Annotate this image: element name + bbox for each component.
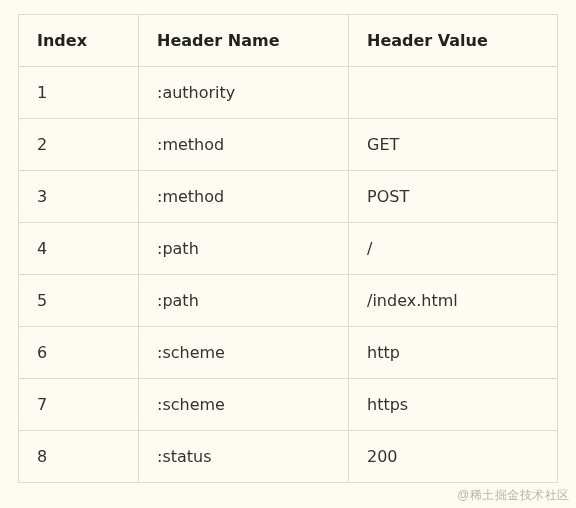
table-row: 6 :scheme http xyxy=(19,327,558,379)
cell-header-name: :scheme xyxy=(139,379,349,431)
table-row: 3 :method POST xyxy=(19,171,558,223)
col-header-index: Index xyxy=(19,15,139,67)
col-header-name: Header Name xyxy=(139,15,349,67)
hpack-static-table: Index Header Name Header Value 1 :author… xyxy=(18,14,558,483)
cell-header-name: :path xyxy=(139,223,349,275)
cell-header-name: :path xyxy=(139,275,349,327)
cell-index: 4 xyxy=(19,223,139,275)
cell-header-value: https xyxy=(349,379,558,431)
cell-header-value: /index.html xyxy=(349,275,558,327)
cell-header-value: / xyxy=(349,223,558,275)
cell-header-value: POST xyxy=(349,171,558,223)
cell-header-name: :method xyxy=(139,119,349,171)
table-header-row: Index Header Name Header Value xyxy=(19,15,558,67)
cell-index: 7 xyxy=(19,379,139,431)
cell-index: 2 xyxy=(19,119,139,171)
cell-header-name: :scheme xyxy=(139,327,349,379)
cell-header-value: http xyxy=(349,327,558,379)
table-row: 5 :path /index.html xyxy=(19,275,558,327)
cell-index: 3 xyxy=(19,171,139,223)
cell-index: 6 xyxy=(19,327,139,379)
cell-header-value xyxy=(349,67,558,119)
cell-header-name: :authority xyxy=(139,67,349,119)
table-row: 8 :status 200 xyxy=(19,431,558,483)
cell-index: 1 xyxy=(19,67,139,119)
table-row: 4 :path / xyxy=(19,223,558,275)
table-row: 7 :scheme https xyxy=(19,379,558,431)
cell-index: 8 xyxy=(19,431,139,483)
cell-index: 5 xyxy=(19,275,139,327)
cell-header-value: 200 xyxy=(349,431,558,483)
table-row: 2 :method GET xyxy=(19,119,558,171)
col-header-value: Header Value xyxy=(349,15,558,67)
cell-header-name: :method xyxy=(139,171,349,223)
table-row: 1 :authority xyxy=(19,67,558,119)
cell-header-value: GET xyxy=(349,119,558,171)
cell-header-name: :status xyxy=(139,431,349,483)
